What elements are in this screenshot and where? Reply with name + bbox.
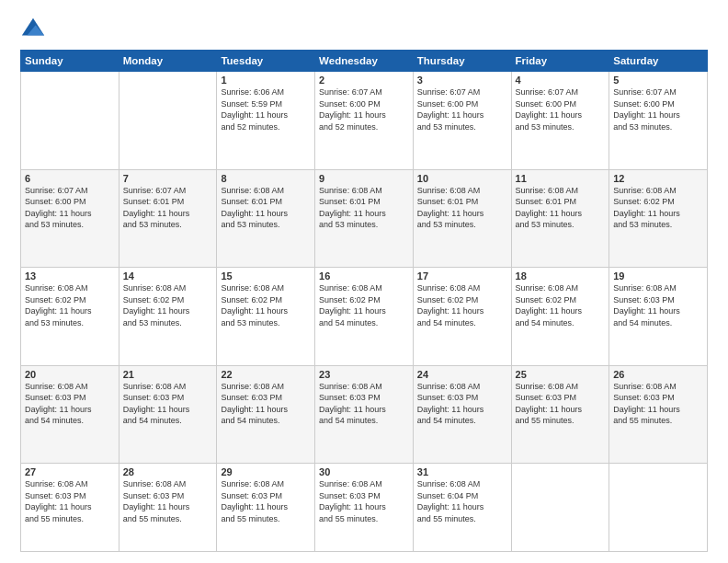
day-info: Sunrise: 6:08 AM Sunset: 6:03 PM Dayligh… bbox=[319, 381, 409, 427]
day-info: Sunrise: 6:07 AM Sunset: 6:00 PM Dayligh… bbox=[613, 86, 703, 132]
logo-icon bbox=[20, 17, 46, 42]
calendar-week-row: 1Sunrise: 6:06 AM Sunset: 5:59 PM Daylig… bbox=[21, 72, 708, 170]
calendar-cell: 15Sunrise: 6:08 AM Sunset: 6:02 PM Dayli… bbox=[217, 268, 315, 366]
calendar-cell: 30Sunrise: 6:08 AM Sunset: 6:03 PM Dayli… bbox=[315, 464, 414, 552]
day-info: Sunrise: 6:08 AM Sunset: 6:03 PM Dayligh… bbox=[319, 478, 409, 524]
day-info: Sunrise: 6:08 AM Sunset: 6:02 PM Dayligh… bbox=[221, 282, 311, 328]
calendar-cell bbox=[609, 464, 708, 552]
day-number: 31 bbox=[417, 466, 507, 477]
calendar-cell: 2Sunrise: 6:07 AM Sunset: 6:00 PM Daylig… bbox=[315, 72, 414, 170]
day-number: 8 bbox=[221, 173, 311, 184]
day-number: 30 bbox=[319, 466, 409, 477]
day-info: Sunrise: 6:08 AM Sunset: 6:01 PM Dayligh… bbox=[319, 185, 409, 231]
header bbox=[20, 17, 708, 42]
day-info: Sunrise: 6:07 AM Sunset: 6:01 PM Dayligh… bbox=[123, 185, 213, 231]
calendar-cell: 7Sunrise: 6:07 AM Sunset: 6:01 PM Daylig… bbox=[119, 169, 217, 268]
calendar-cell: 8Sunrise: 6:08 AM Sunset: 6:01 PM Daylig… bbox=[217, 169, 315, 268]
day-number: 26 bbox=[613, 369, 703, 380]
day-number: 1 bbox=[221, 75, 311, 86]
weekday-header: Monday bbox=[119, 51, 217, 72]
calendar-cell: 20Sunrise: 6:08 AM Sunset: 6:03 PM Dayli… bbox=[21, 365, 119, 464]
calendar-cell: 12Sunrise: 6:08 AM Sunset: 6:02 PM Dayli… bbox=[609, 169, 708, 268]
day-info: Sunrise: 6:07 AM Sunset: 6:00 PM Dayligh… bbox=[319, 86, 409, 132]
calendar-cell: 10Sunrise: 6:08 AM Sunset: 6:01 PM Dayli… bbox=[413, 169, 511, 268]
day-info: Sunrise: 6:08 AM Sunset: 6:02 PM Dayligh… bbox=[613, 185, 703, 231]
day-number: 2 bbox=[319, 75, 409, 86]
day-info: Sunrise: 6:08 AM Sunset: 6:03 PM Dayligh… bbox=[516, 381, 606, 427]
calendar-cell: 25Sunrise: 6:08 AM Sunset: 6:03 PM Dayli… bbox=[511, 365, 609, 464]
day-info: Sunrise: 6:08 AM Sunset: 6:04 PM Dayligh… bbox=[417, 478, 507, 524]
day-number: 28 bbox=[123, 466, 213, 477]
page: SundayMondayTuesdayWednesdayThursdayFrid… bbox=[0, 0, 728, 563]
day-info: Sunrise: 6:07 AM Sunset: 6:00 PM Dayligh… bbox=[516, 86, 606, 132]
calendar-cell: 17Sunrise: 6:08 AM Sunset: 6:02 PM Dayli… bbox=[413, 268, 511, 366]
calendar-cell: 21Sunrise: 6:08 AM Sunset: 6:03 PM Dayli… bbox=[119, 365, 217, 464]
day-info: Sunrise: 6:08 AM Sunset: 6:03 PM Dayligh… bbox=[123, 381, 213, 427]
day-number: 24 bbox=[417, 369, 507, 380]
day-info: Sunrise: 6:08 AM Sunset: 6:02 PM Dayligh… bbox=[319, 282, 409, 328]
day-info: Sunrise: 6:08 AM Sunset: 6:01 PM Dayligh… bbox=[417, 185, 507, 231]
day-number: 13 bbox=[25, 270, 115, 282]
day-number: 14 bbox=[123, 270, 213, 282]
calendar-body: 1Sunrise: 6:06 AM Sunset: 5:59 PM Daylig… bbox=[21, 72, 708, 552]
calendar: SundayMondayTuesdayWednesdayThursdayFrid… bbox=[20, 50, 708, 552]
calendar-week-row: 20Sunrise: 6:08 AM Sunset: 6:03 PM Dayli… bbox=[21, 365, 708, 464]
day-number: 20 bbox=[25, 369, 115, 380]
day-info: Sunrise: 6:08 AM Sunset: 6:03 PM Dayligh… bbox=[417, 381, 507, 427]
day-info: Sunrise: 6:08 AM Sunset: 6:01 PM Dayligh… bbox=[221, 185, 311, 231]
day-info: Sunrise: 6:08 AM Sunset: 6:03 PM Dayligh… bbox=[123, 478, 213, 524]
calendar-week-row: 27Sunrise: 6:08 AM Sunset: 6:03 PM Dayli… bbox=[21, 464, 708, 552]
calendar-cell: 24Sunrise: 6:08 AM Sunset: 6:03 PM Dayli… bbox=[413, 365, 511, 464]
logo bbox=[20, 17, 50, 42]
day-info: Sunrise: 6:08 AM Sunset: 6:02 PM Dayligh… bbox=[516, 282, 606, 328]
day-info: Sunrise: 6:08 AM Sunset: 6:01 PM Dayligh… bbox=[516, 185, 606, 231]
day-number: 17 bbox=[417, 270, 507, 282]
day-info: Sunrise: 6:08 AM Sunset: 6:02 PM Dayligh… bbox=[25, 282, 115, 328]
calendar-cell: 4Sunrise: 6:07 AM Sunset: 6:00 PM Daylig… bbox=[511, 72, 609, 170]
weekday-header: Tuesday bbox=[217, 51, 315, 72]
day-number: 23 bbox=[319, 369, 409, 380]
day-number: 27 bbox=[25, 466, 115, 477]
calendar-cell: 18Sunrise: 6:08 AM Sunset: 6:02 PM Dayli… bbox=[511, 268, 609, 366]
weekday-header: Saturday bbox=[609, 51, 708, 72]
weekday-header: Wednesday bbox=[315, 51, 414, 72]
calendar-cell: 14Sunrise: 6:08 AM Sunset: 6:02 PM Dayli… bbox=[119, 268, 217, 366]
day-info: Sunrise: 6:08 AM Sunset: 6:03 PM Dayligh… bbox=[613, 282, 703, 328]
day-number: 16 bbox=[319, 270, 409, 282]
day-number: 21 bbox=[123, 369, 213, 380]
day-info: Sunrise: 6:08 AM Sunset: 6:03 PM Dayligh… bbox=[221, 478, 311, 524]
calendar-header: SundayMondayTuesdayWednesdayThursdayFrid… bbox=[21, 51, 708, 72]
weekday-header: Friday bbox=[511, 51, 609, 72]
day-info: Sunrise: 6:08 AM Sunset: 6:03 PM Dayligh… bbox=[25, 381, 115, 427]
calendar-cell: 19Sunrise: 6:08 AM Sunset: 6:03 PM Dayli… bbox=[609, 268, 708, 366]
calendar-cell bbox=[21, 72, 119, 170]
calendar-cell: 28Sunrise: 6:08 AM Sunset: 6:03 PM Dayli… bbox=[119, 464, 217, 552]
day-number: 15 bbox=[221, 270, 311, 282]
calendar-cell: 13Sunrise: 6:08 AM Sunset: 6:02 PM Dayli… bbox=[21, 268, 119, 366]
calendar-cell: 9Sunrise: 6:08 AM Sunset: 6:01 PM Daylig… bbox=[315, 169, 414, 268]
day-info: Sunrise: 6:06 AM Sunset: 5:59 PM Dayligh… bbox=[221, 86, 311, 132]
day-info: Sunrise: 6:08 AM Sunset: 6:02 PM Dayligh… bbox=[123, 282, 213, 328]
day-info: Sunrise: 6:08 AM Sunset: 6:02 PM Dayligh… bbox=[417, 282, 507, 328]
calendar-cell: 6Sunrise: 6:07 AM Sunset: 6:00 PM Daylig… bbox=[21, 169, 119, 268]
day-info: Sunrise: 6:07 AM Sunset: 6:00 PM Dayligh… bbox=[25, 185, 115, 231]
calendar-week-row: 13Sunrise: 6:08 AM Sunset: 6:02 PM Dayli… bbox=[21, 268, 708, 366]
day-info: Sunrise: 6:07 AM Sunset: 6:00 PM Dayligh… bbox=[417, 86, 507, 132]
calendar-cell: 16Sunrise: 6:08 AM Sunset: 6:02 PM Dayli… bbox=[315, 268, 414, 366]
calendar-cell: 22Sunrise: 6:08 AM Sunset: 6:03 PM Dayli… bbox=[217, 365, 315, 464]
day-info: Sunrise: 6:08 AM Sunset: 6:03 PM Dayligh… bbox=[25, 478, 115, 524]
day-number: 22 bbox=[221, 369, 311, 380]
day-number: 29 bbox=[221, 466, 311, 477]
calendar-cell: 29Sunrise: 6:08 AM Sunset: 6:03 PM Dayli… bbox=[217, 464, 315, 552]
calendar-cell: 27Sunrise: 6:08 AM Sunset: 6:03 PM Dayli… bbox=[21, 464, 119, 552]
day-number: 5 bbox=[613, 75, 703, 86]
calendar-cell: 1Sunrise: 6:06 AM Sunset: 5:59 PM Daylig… bbox=[217, 72, 315, 170]
calendar-cell: 11Sunrise: 6:08 AM Sunset: 6:01 PM Dayli… bbox=[511, 169, 609, 268]
calendar-cell: 3Sunrise: 6:07 AM Sunset: 6:00 PM Daylig… bbox=[413, 72, 511, 170]
day-number: 6 bbox=[25, 173, 115, 184]
weekday-row: SundayMondayTuesdayWednesdayThursdayFrid… bbox=[21, 51, 708, 72]
day-info: Sunrise: 6:08 AM Sunset: 6:03 PM Dayligh… bbox=[221, 381, 311, 427]
calendar-cell bbox=[511, 464, 609, 552]
weekday-header: Sunday bbox=[21, 51, 119, 72]
calendar-week-row: 6Sunrise: 6:07 AM Sunset: 6:00 PM Daylig… bbox=[21, 169, 708, 268]
